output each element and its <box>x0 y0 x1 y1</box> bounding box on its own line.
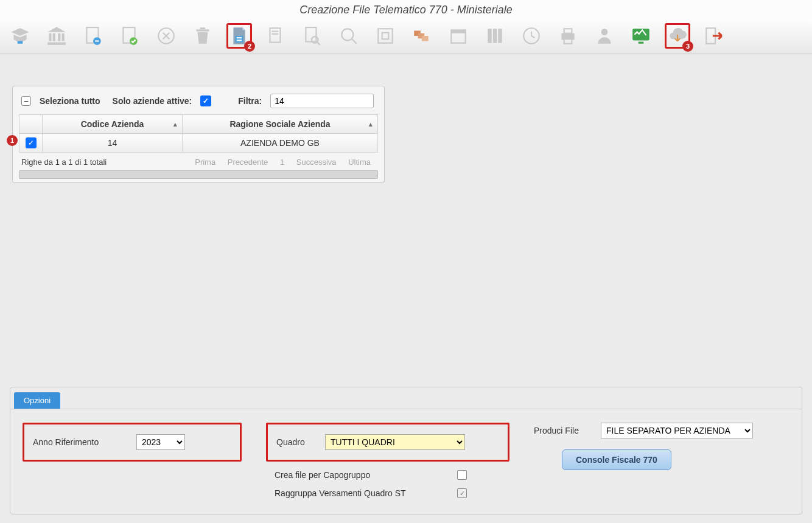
svg-rect-23 <box>378 29 392 43</box>
badge-3: 3 <box>682 41 693 52</box>
printer-icon[interactable] <box>555 23 581 49</box>
company-grid: Codice Azienda▴ Ragione Sociale Azienda▴… <box>19 114 378 153</box>
svg-rect-19 <box>272 33 279 34</box>
pager-info: Righe da 1 a 1 di 1 totali <box>21 158 107 167</box>
svg-point-37 <box>601 29 608 35</box>
svg-rect-18 <box>272 30 279 32</box>
magnify-icon[interactable] <box>336 23 362 49</box>
row-checkbox[interactable]: ✓ <box>26 137 37 148</box>
svg-rect-27 <box>422 36 429 41</box>
cancel-circle-icon[interactable] <box>153 23 179 49</box>
pager-prev[interactable]: Precedente <box>223 158 273 167</box>
svg-rect-1 <box>49 33 51 41</box>
svg-rect-35 <box>564 29 572 33</box>
horizontal-scrollbar[interactable] <box>19 170 378 179</box>
cell-code: 14 <box>43 134 183 153</box>
filter-input[interactable] <box>270 94 374 108</box>
graduate-icon[interactable] <box>7 23 33 49</box>
frame-icon[interactable] <box>373 23 398 49</box>
company-filter-panel: 1 − Seleziona tutto Solo aziende attive:… <box>12 86 385 183</box>
svg-point-22 <box>341 29 353 40</box>
window-title: Creazione File Telematico 770 - Minister… <box>0 0 812 19</box>
raggruppa-checkbox: ✓ <box>457 488 467 498</box>
svg-rect-20 <box>306 27 316 41</box>
calendar-icon[interactable] <box>446 23 471 49</box>
raggruppa-label: Raggruppa Versamenti Quadro ST <box>275 488 406 498</box>
tab-opzioni[interactable]: Opzioni <box>14 392 60 409</box>
pager-last[interactable]: Ultima <box>343 158 376 167</box>
capogruppo-label: Crea file per Capogruppo <box>275 470 370 480</box>
svg-rect-3 <box>58 33 60 41</box>
create-file-button[interactable]: 2 <box>226 23 252 49</box>
exit-icon[interactable] <box>701 23 727 49</box>
svg-rect-13 <box>200 27 206 29</box>
trash-icon[interactable] <box>190 23 215 49</box>
pager-first[interactable]: Prima <box>190 158 220 167</box>
doc-check-icon[interactable] <box>117 23 142 49</box>
anno-label: Anno Riferimento <box>33 437 124 447</box>
svg-rect-24 <box>382 32 389 39</box>
produci-label: Produci File <box>534 426 589 435</box>
svg-rect-14 <box>236 36 243 43</box>
anno-box: Anno Riferimento 2023 <box>23 423 242 462</box>
select-all-label: Seleziona tutto <box>40 96 100 106</box>
main-toolbar: 2 3 <box>0 19 812 54</box>
capogruppo-checkbox[interactable] <box>457 470 467 480</box>
svg-rect-8 <box>95 40 99 41</box>
svg-rect-32 <box>498 29 502 43</box>
only-active-checkbox[interactable]: ✓ <box>200 95 211 106</box>
svg-rect-16 <box>237 40 242 41</box>
quadro-box: Quadro TUTTI I QUADRI <box>266 423 509 462</box>
clock-icon[interactable] <box>519 23 544 49</box>
svg-rect-5 <box>47 42 66 44</box>
badge-1: 1 <box>7 135 18 146</box>
cell-name: AZIENDA DEMO GB <box>183 134 378 153</box>
pager-page[interactable]: 1 <box>275 158 289 167</box>
quadro-label: Quadro <box>276 437 313 447</box>
svg-rect-30 <box>488 29 491 43</box>
badge-2: 2 <box>244 41 255 52</box>
svg-rect-12 <box>196 29 209 31</box>
options-panel: Opzioni Anno Riferimento 2023 Quadro TUT… <box>10 387 802 514</box>
doc-minus-icon[interactable] <box>80 23 106 49</box>
filter-label: Filtra: <box>238 96 262 106</box>
doc-stack-icon[interactable] <box>263 23 289 49</box>
svg-rect-0 <box>18 41 23 43</box>
col-code[interactable]: Codice Azienda▴ <box>43 115 183 134</box>
svg-rect-31 <box>493 29 497 43</box>
svg-rect-29 <box>451 30 465 33</box>
col-name[interactable]: Ragione Sociale Azienda▴ <box>183 115 378 134</box>
svg-rect-4 <box>62 33 65 41</box>
svg-rect-17 <box>270 28 280 42</box>
table-row[interactable]: ✓ 14 AZIENDA DEMO GB <box>19 134 378 153</box>
quadro-select[interactable]: TUTTI I QUADRI <box>325 434 465 450</box>
svg-rect-2 <box>53 33 55 41</box>
svg-rect-39 <box>639 41 644 43</box>
tiles-icon[interactable] <box>409 23 435 49</box>
pager-next[interactable]: Successiva <box>292 158 341 167</box>
produci-select[interactable]: FILE SEPARATO PER AZIENDA <box>601 423 753 438</box>
col-check[interactable] <box>19 115 43 134</box>
cloud-send-button[interactable]: 3 <box>665 23 690 49</box>
binders-icon[interactable] <box>482 23 508 49</box>
only-active-label: Solo aziende attive: <box>113 96 192 106</box>
pager: Righe da 1 a 1 di 1 totali Prima Precede… <box>19 153 378 169</box>
user-icon[interactable] <box>592 23 617 49</box>
console-fiscale-button[interactable]: Console Fiscale 770 <box>562 449 671 470</box>
doc-search-icon[interactable] <box>299 23 325 49</box>
svg-rect-15 <box>237 37 242 38</box>
monitor-icon[interactable] <box>628 23 654 49</box>
anno-select[interactable]: 2023 <box>136 434 185 450</box>
bank-icon[interactable] <box>44 23 69 49</box>
select-all-toggle[interactable]: − <box>21 96 31 106</box>
